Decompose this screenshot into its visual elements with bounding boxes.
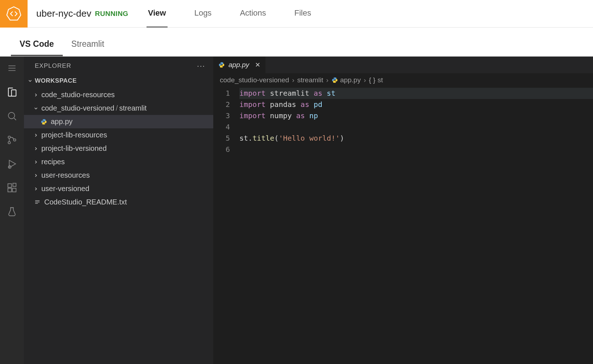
breadcrumb-segment[interactable]: code_studio-versioned	[220, 76, 289, 84]
svg-line-5	[14, 118, 16, 120]
line-number: 2	[213, 99, 230, 110]
chevron-right-icon	[33, 92, 41, 98]
code-line[interactable]: import numpy as np	[239, 110, 593, 121]
line-number: 6	[213, 144, 230, 155]
svg-marker-0	[7, 7, 21, 20]
folder-label: recipes	[41, 158, 65, 166]
path-separator: /	[116, 104, 118, 112]
line-number: 4	[213, 121, 230, 133]
testing-icon[interactable]	[5, 205, 18, 218]
chevron-right-icon	[33, 160, 41, 165]
folder-item[interactable]: code_studio-resources	[24, 88, 213, 102]
chevron-down-icon	[33, 106, 41, 111]
top-header: uber-nyc-dev RUNNING View Logs Actions F…	[0, 0, 593, 28]
braces-icon: { }	[369, 76, 375, 84]
chevron-right-icon	[33, 146, 41, 151]
text-file-icon	[33, 199, 41, 206]
tab-files[interactable]: Files	[293, 0, 313, 28]
search-icon[interactable]	[5, 109, 18, 123]
editor-tabs: app.py ✕	[213, 57, 593, 73]
code-content[interactable]: import streamlit as stimport pandas as p…	[239, 88, 593, 155]
sub-tab-streamlit[interactable]: Streamlit	[63, 33, 113, 56]
chevron-down-icon	[28, 78, 33, 83]
svg-rect-14	[13, 183, 16, 187]
explorer-header: EXPLORER ···	[24, 57, 213, 75]
folder-label: project-lib-resources	[41, 131, 107, 139]
folder-item[interactable]: user-resources	[24, 169, 213, 182]
file-label: app.py	[51, 117, 73, 126]
tab-view[interactable]: View	[147, 0, 168, 28]
folder-label: project-lib-versioned	[41, 144, 107, 153]
status-badge: RUNNING	[95, 10, 128, 18]
svg-point-6	[8, 136, 10, 138]
chevron-right-icon: ›	[292, 76, 294, 84]
top-tabs: View Logs Actions Files	[147, 0, 313, 28]
breadcrumb-symbol-name: st	[378, 76, 383, 84]
code-line[interactable]: import streamlit as st	[239, 88, 593, 99]
line-number: 3	[213, 110, 230, 121]
svg-rect-12	[8, 188, 12, 192]
chevron-right-icon	[33, 173, 41, 178]
file-tree: code_studio-resourcescode_studio-version…	[24, 87, 213, 210]
python-icon	[331, 77, 338, 83]
run-debug-icon[interactable]	[5, 157, 18, 170]
folder-item[interactable]: code_studio-versioned/streamlit	[24, 102, 213, 115]
close-icon[interactable]: ✕	[255, 61, 260, 69]
line-gutter: 123456	[213, 88, 239, 155]
workspace-label: WORKSPACE	[35, 77, 77, 84]
svg-point-7	[8, 141, 10, 144]
line-number: 5	[213, 133, 230, 144]
folder-item[interactable]: user-versioned	[24, 182, 213, 195]
menu-icon[interactable]	[5, 62, 18, 75]
folder-label: streamlit	[119, 104, 147, 112]
file-item[interactable]: app.py	[24, 115, 213, 128]
file-label: CodeStudio_README.txt	[44, 198, 127, 206]
breadcrumb-file: app.py	[340, 76, 361, 84]
python-icon	[218, 62, 225, 68]
tab-logs[interactable]: Logs	[193, 0, 213, 28]
explorer-more-icon[interactable]: ···	[197, 62, 205, 70]
breadcrumb-symbol[interactable]: { } st	[369, 76, 383, 84]
breadcrumb-segment[interactable]: streamlit	[297, 76, 324, 84]
explorer-panel: EXPLORER ··· WORKSPACE code_studio-resou…	[24, 57, 213, 364]
breadcrumbs[interactable]: code_studio-versioned › streamlit › app.…	[213, 73, 593, 87]
chevron-right-icon	[33, 133, 41, 138]
folder-label: code_studio-versioned	[41, 104, 114, 112]
app-logo	[0, 0, 28, 28]
editor-main: app.py ✕ code_studio-versioned › streaml…	[213, 57, 593, 364]
extensions-icon[interactable]	[5, 181, 18, 194]
svg-rect-13	[12, 188, 16, 192]
svg-marker-9	[9, 160, 16, 167]
chevron-right-icon: ›	[326, 76, 328, 84]
file-item[interactable]: CodeStudio_README.txt	[24, 195, 213, 209]
sub-tabs: VS Code Streamlit	[0, 28, 593, 57]
breadcrumb-segment[interactable]: app.py	[331, 76, 361, 84]
editor-tab-app-py[interactable]: app.py ✕	[213, 57, 266, 73]
code-badge-icon	[6, 6, 22, 22]
project-title: uber-nyc-dev	[36, 8, 91, 19]
code-line[interactable]	[239, 121, 593, 133]
line-number: 1	[213, 88, 230, 99]
source-control-icon[interactable]	[5, 133, 18, 146]
activity-bar	[0, 57, 24, 364]
explorer-icon[interactable]	[5, 86, 18, 99]
editor-tab-filename: app.py	[228, 61, 249, 69]
folder-item[interactable]: project-lib-resources	[24, 128, 213, 142]
folder-label: code_studio-resources	[41, 91, 115, 99]
explorer-title: EXPLORER	[35, 62, 71, 70]
code-line[interactable]: st.title('Hello world!')	[239, 133, 593, 144]
editor-container: EXPLORER ··· WORKSPACE code_studio-resou…	[0, 57, 593, 364]
folder-item[interactable]: project-lib-versioned	[24, 142, 213, 155]
svg-point-4	[8, 112, 15, 119]
code-line[interactable]: import pandas as pd	[239, 99, 593, 110]
chevron-right-icon: ›	[364, 76, 366, 84]
svg-rect-11	[8, 184, 12, 187]
code-line[interactable]	[239, 144, 593, 155]
code-editor[interactable]: 123456 import streamlit as stimport pand…	[213, 87, 593, 155]
folder-label: user-resources	[41, 171, 90, 179]
tab-actions[interactable]: Actions	[238, 0, 267, 28]
workspace-section[interactable]: WORKSPACE	[24, 75, 213, 87]
folder-item[interactable]: recipes	[24, 155, 213, 169]
sub-tab-vscode[interactable]: VS Code	[11, 33, 63, 56]
python-icon	[40, 119, 48, 125]
